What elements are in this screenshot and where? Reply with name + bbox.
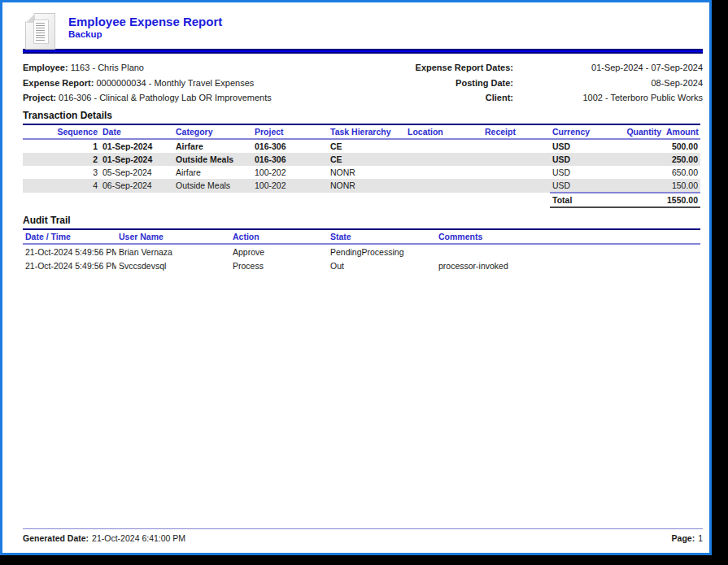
cell-amount: 250.00 — [664, 153, 700, 166]
cell-category: Airfare — [173, 166, 252, 179]
cell-currency: USD — [550, 139, 608, 153]
cell-quantity — [608, 179, 664, 193]
cell-date: 01-Sep-2024 — [100, 153, 173, 166]
cell-amount: 650.00 — [664, 166, 700, 179]
summary-left: Employee: 1163 - Chris Plano Expense Rep… — [23, 60, 272, 106]
cell-user-name: Svccsdevsql — [116, 259, 230, 272]
cell-action: Process — [230, 259, 328, 272]
transaction-row: 201-Sep-2024Outside Meals016-306CEUSD250… — [23, 153, 700, 166]
cell-sequence: 4 — [23, 179, 100, 193]
cell-sequence: 3 — [23, 166, 100, 179]
transaction-table: Sequence Date Category Project Task Hier… — [23, 124, 700, 208]
title-block: Employee Expense Report Backup — [68, 13, 222, 41]
column-header-category: Category — [173, 124, 252, 139]
cell-sequence: 1 — [23, 139, 100, 153]
cell-date: 05-Sep-2024 — [100, 166, 173, 179]
column-header-quantity: Quantity — [608, 124, 664, 139]
cell-date-time: 21-Oct-2024 5:49:56 PM — [23, 259, 116, 272]
column-header-location: Location — [405, 124, 482, 139]
column-header-date: Date — [100, 124, 173, 139]
cell-date: 06-Sep-2024 — [100, 179, 173, 193]
cell-amount: 150.00 — [664, 179, 700, 193]
summary-right: Expense Report Dates: 01-Sep-2024 - 07-S… — [345, 60, 703, 106]
transaction-details-title: Transaction Details — [23, 110, 703, 121]
report-header: Employee Expense Report Backup — [23, 2, 703, 48]
column-header-date-time: Date / Time — [23, 229, 116, 244]
expense-report-value: 0000000034 - Monthly Travel Expenses — [96, 78, 254, 88]
page-number-value: 1 — [698, 533, 703, 543]
cell-receipt — [482, 153, 550, 166]
employee-row: Employee: 1163 - Chris Plano — [23, 60, 272, 76]
page-number: Page:1 — [672, 533, 703, 543]
generated-date-value: 21-Oct-2024 6:41:00 PM — [92, 533, 185, 543]
column-header-comments: Comments — [436, 229, 700, 244]
transaction-row: 101-Sep-2024Airfare016-306CEUSD500.00 — [23, 139, 700, 153]
column-header-sequence: Sequence — [23, 124, 100, 139]
cell-date: 01-Sep-2024 — [100, 139, 173, 153]
report-page: Employee Expense Report Backup Employee:… — [0, 0, 712, 555]
transaction-row: 305-Sep-2024Airfare100-202NONRUSD650.00 — [23, 166, 700, 179]
total-amount: 1550.00 — [664, 193, 700, 207]
expense-report-label: Expense Report: — [23, 78, 94, 88]
cell-project: 016-306 — [252, 139, 328, 153]
audit-row: 21-Oct-2024 5:49:56 PMSvccsdevsqlProcess… — [23, 259, 700, 272]
cell-category: Outside Meals — [173, 179, 252, 193]
page-footer: Generated Date:21-Oct-2024 6:41:00 PM Pa… — [23, 528, 703, 543]
cell-quantity — [608, 139, 664, 153]
cell-currency: USD — [550, 153, 608, 166]
cell-receipt — [482, 139, 550, 153]
generated-date: Generated Date:21-Oct-2024 6:41:00 PM — [23, 533, 185, 543]
posting-date-label: Posting Date: — [345, 76, 513, 91]
cell-project: 100-202 — [252, 166, 328, 179]
total-label: Total — [550, 193, 608, 207]
cell-comments — [436, 244, 700, 259]
column-header-task-hierarchy: Task Hierarchy — [328, 124, 405, 139]
project-row: Project: 016-306 - Clinical & Pathology … — [23, 90, 272, 106]
client-value: 1002 - Teterboro Public Works — [513, 90, 703, 106]
audit-row: 21-Oct-2024 5:49:56 PMBrian VernazaAppro… — [23, 244, 700, 259]
column-header-action: Action — [230, 229, 328, 244]
expense-dates-label: Expense Report Dates: — [345, 60, 513, 76]
audit-trail-title: Audit Trail — [23, 215, 703, 226]
column-header-receipt: Receipt — [482, 124, 550, 139]
posting-date-value: 08-Sep-2024 — [513, 76, 703, 91]
employee-label: Employee: — [23, 63, 68, 72]
cell-location — [405, 139, 482, 153]
cell-task-hierarchy: CE — [328, 153, 405, 166]
cell-task-hierarchy: CE — [328, 139, 405, 153]
cell-location — [405, 166, 482, 179]
cell-state: PendingProcessing — [328, 244, 436, 259]
cell-category: Airfare — [173, 139, 252, 153]
client-label: Client: — [345, 90, 513, 106]
report-subtitle: Backup — [68, 28, 222, 41]
transaction-header-row: Sequence Date Category Project Task Hier… — [23, 124, 700, 139]
cell-quantity — [608, 153, 664, 166]
audit-header-row: Date / Time User Name Action State Comme… — [23, 229, 700, 244]
column-header-currency: Currency — [550, 124, 608, 139]
cell-task-hierarchy: NONR — [328, 179, 405, 193]
employee-value: 1163 - Chris Plano — [71, 63, 144, 72]
audit-trail-table: Date / Time User Name Action State Comme… — [23, 228, 700, 272]
header-separator-rule — [23, 49, 703, 54]
cell-project: 016-306 — [252, 153, 328, 166]
cell-date-time: 21-Oct-2024 5:49:56 PM — [23, 244, 116, 259]
cell-comments: processor-invoked — [436, 259, 700, 272]
cell-action: Approve — [230, 244, 328, 259]
cell-currency: USD — [550, 179, 608, 193]
column-header-project: Project — [252, 124, 328, 139]
cell-state: Out — [328, 259, 436, 272]
cell-currency: USD — [550, 166, 608, 179]
cell-location — [405, 153, 482, 166]
cell-category: Outside Meals — [173, 153, 252, 166]
cell-user-name: Brian Vernaza — [116, 244, 230, 259]
cell-quantity — [608, 166, 664, 179]
cell-amount: 500.00 — [664, 139, 700, 153]
document-sheet — [33, 20, 49, 44]
summary-section: Employee: 1163 - Chris Plano Expense Rep… — [23, 60, 703, 106]
expense-dates-value: 01-Sep-2024 - 07-Sep-2024 — [513, 60, 703, 76]
generated-date-label: Generated Date: — [23, 533, 89, 543]
column-header-user-name: User Name — [116, 229, 230, 244]
total-quantity-blank — [608, 193, 664, 207]
cell-task-hierarchy: NONR — [328, 166, 405, 179]
cell-receipt — [482, 166, 550, 179]
